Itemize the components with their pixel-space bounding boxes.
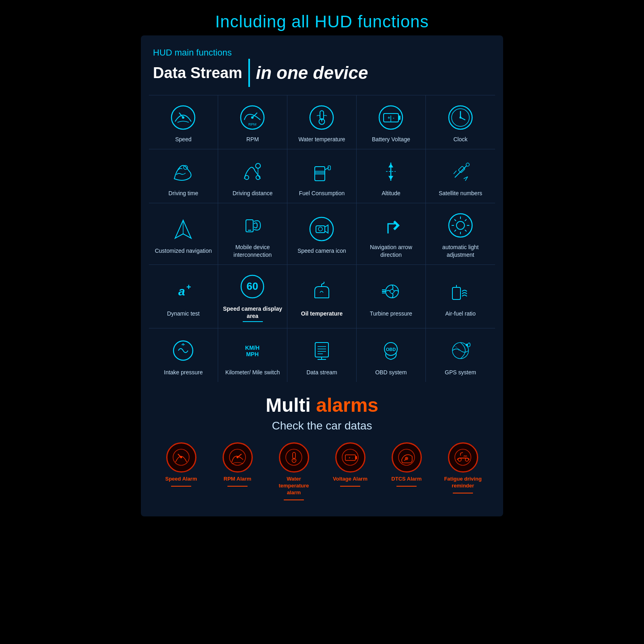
cell-gps: GPS system xyxy=(426,328,495,382)
cell-altitude: Altitude xyxy=(357,149,426,203)
speed-alarm-underline xyxy=(171,486,191,487)
alarms-section: Multi alarms Check the car datas Speed A… xyxy=(149,394,495,500)
rpm-alarm-icon xyxy=(223,442,253,473)
intake-icon xyxy=(169,336,198,365)
air-fuel-label: Air-fuel ratio xyxy=(445,310,475,317)
cell-speed60: 60 Speed camera display area xyxy=(218,265,287,328)
main-content: HUD main functions Data Stream in one de… xyxy=(141,35,503,516)
rpm-icon: RPM xyxy=(239,103,267,132)
svg-text:KM/H: KM/H xyxy=(245,345,260,351)
alarms-title-white: Multi xyxy=(266,394,316,416)
intake-label: Intake pressure xyxy=(164,369,203,376)
dtcs-alarm-label: DTCS Alarm xyxy=(391,476,421,483)
speed-label: Speed xyxy=(175,136,191,143)
svg-text:-: - xyxy=(393,115,394,120)
driving-time-icon xyxy=(169,157,198,186)
svg-rect-95 xyxy=(293,452,295,458)
gps-icon xyxy=(446,336,475,365)
fatigue-alarm-label: Fatigue driving reminder xyxy=(441,476,485,489)
cell-driving-time: Driving time xyxy=(149,149,218,203)
grid-row-5: Intake pressure KM/H MPH Kilometer/ Mile… xyxy=(149,328,495,382)
svg-point-87 xyxy=(466,344,468,346)
cell-driving-dist: Driving distance xyxy=(218,149,287,203)
clock-label: Clock xyxy=(453,136,467,143)
page-wrapper: Including all HUD functions HUD main fun… xyxy=(0,0,644,644)
svg-rect-77 xyxy=(315,343,328,357)
svg-text:a: a xyxy=(178,285,185,298)
svg-point-44 xyxy=(310,217,333,241)
voltage-alarm-icon: + - xyxy=(335,442,365,473)
speed-camera-icon xyxy=(308,215,336,243)
banner-text: Including all HUD functions xyxy=(215,12,429,31)
svg-text:OBD: OBD xyxy=(386,347,396,352)
water-alarm-icon xyxy=(279,442,309,473)
cell-battery: + - Battery Voltage xyxy=(357,95,426,149)
svg-line-55 xyxy=(465,230,466,231)
alarm-speed: Speed Alarm xyxy=(159,442,203,500)
svg-point-23 xyxy=(245,175,249,180)
cell-auto-light: automatic light adjustment xyxy=(426,203,495,264)
cell-intake: Intake pressure xyxy=(149,328,218,382)
svg-marker-47 xyxy=(393,221,400,230)
alarms-title: Multi alarms xyxy=(149,394,495,416)
header-divider xyxy=(248,59,250,87)
data-stream-label: Data stream xyxy=(306,369,337,376)
battery-icon: + - xyxy=(377,103,405,132)
svg-text:MPH: MPH xyxy=(246,351,258,357)
svg-point-107 xyxy=(458,458,461,461)
cell-clock: Clock xyxy=(426,95,495,149)
auto-light-label: automatic light adjustment xyxy=(430,244,491,258)
cell-mobile: Mobile device interconnection xyxy=(218,203,287,264)
svg-point-37 xyxy=(466,163,469,166)
svg-point-67 xyxy=(390,289,394,293)
speed60-icon: 60 xyxy=(239,273,267,301)
cell-water-temp: Water temperature xyxy=(287,95,357,149)
svg-text:RPM: RPM xyxy=(248,122,256,126)
functions-grid: Speed RPM RPM xyxy=(149,95,495,382)
cell-turbine: Turbine pressure xyxy=(357,265,426,328)
voltage-alarm-underline xyxy=(340,486,360,487)
svg-rect-35 xyxy=(458,166,465,173)
alarms-subtitle: Check the car datas xyxy=(149,419,495,432)
svg-line-110 xyxy=(460,452,463,453)
svg-rect-28 xyxy=(315,171,325,175)
water-alarm-label: Water temperature alarm xyxy=(272,476,316,496)
fuel-icon xyxy=(308,157,336,186)
data-stream-icon xyxy=(308,336,336,365)
alarms-grid: Speed Alarm RPM Alarm xyxy=(149,442,495,500)
arrow-direction-icon xyxy=(377,211,405,239)
alarm-fatigue: Fatigue driving reminder xyxy=(441,442,485,500)
speed-cam-label: Speed camera icon xyxy=(297,247,346,254)
svg-point-46 xyxy=(318,227,322,231)
cell-fuel: Fuel Consumption xyxy=(287,149,357,203)
dtcs-alarm-underline xyxy=(396,486,417,487)
svg-text:+: + xyxy=(349,456,351,460)
svg-point-21 xyxy=(459,116,461,118)
rpm-label: RPM xyxy=(246,136,259,143)
top-banner: Including all HUD functions xyxy=(0,0,644,35)
grid-row-4: a + Dynamic test 60 Speed camera display… xyxy=(149,264,495,328)
water-alarm-underline xyxy=(284,500,304,500)
header-top: HUD main functions xyxy=(153,47,495,58)
grid-row-3: Customized navigation Mobile device inte… xyxy=(149,203,495,264)
custom-nav-label: Customized navigation xyxy=(155,247,212,254)
svg-line-36 xyxy=(454,171,456,174)
fatigue-alarm-icon xyxy=(448,442,478,473)
air-fuel-icon xyxy=(446,278,475,306)
water-temp-label: Water temperature xyxy=(298,136,345,143)
speedometer-icon xyxy=(169,103,198,132)
rpm-alarm-underline xyxy=(227,486,248,487)
driving-time-label: Driving time xyxy=(169,190,198,197)
svg-line-57 xyxy=(454,230,456,231)
mobile-icon xyxy=(239,211,267,239)
svg-point-106 xyxy=(455,449,471,465)
header-section: HUD main functions Data Stream in one de… xyxy=(149,47,495,87)
altitude-label: Altitude xyxy=(382,190,400,197)
svg-line-105 xyxy=(404,460,406,460)
grid-row-1: Speed RPM RPM xyxy=(149,95,495,149)
header-main: Data Stream in one device xyxy=(153,59,495,87)
mobile-label: Mobile device interconnection xyxy=(222,244,283,258)
cell-air-fuel: Air-fuel ratio xyxy=(426,265,495,328)
alarm-dtcs: DTCS Alarm xyxy=(384,442,429,500)
altitude-icon xyxy=(377,157,405,186)
